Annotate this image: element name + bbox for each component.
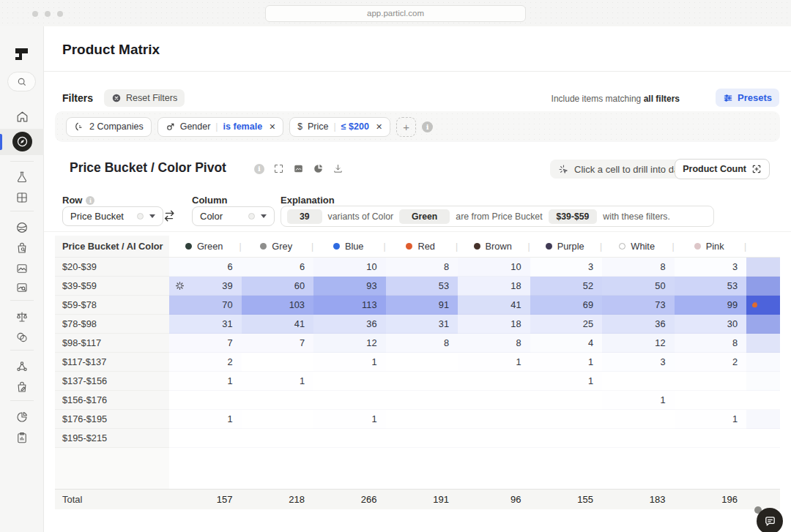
sidebar-item-product-search[interactable] <box>0 237 44 259</box>
pivot-cell[interactable] <box>386 372 458 391</box>
pivot-column-header-white[interactable]: White| <box>602 236 675 258</box>
sidebar-item-pie[interactable] <box>0 406 44 428</box>
close-icon[interactable]: ✕ <box>376 122 382 132</box>
window-controls[interactable] <box>32 11 63 17</box>
pivot-cell[interactable]: 12 <box>602 334 675 353</box>
pivot-cell[interactable] <box>242 391 314 410</box>
pivot-cell[interactable]: 39 <box>169 277 242 296</box>
pivot-cell[interactable]: 1 <box>530 353 603 372</box>
sidebar-item-tables[interactable] <box>0 187 44 209</box>
pivot-cell[interactable] <box>675 391 747 410</box>
pivot-cell[interactable]: 113 <box>313 296 386 315</box>
pivot-cell[interactable]: 1 <box>313 410 386 429</box>
pivot-cell[interactable]: 70 <box>169 296 242 315</box>
pivot-column-header-purple[interactable]: Purple| <box>530 236 603 258</box>
pivot-cell[interactable]: 36 <box>313 315 386 334</box>
pivot-cell[interactable]: 1 <box>530 372 603 391</box>
sidebar-item-explore[interactable] <box>12 132 32 151</box>
pivot-info-icon[interactable]: i <box>254 164 264 174</box>
add-filter-button[interactable]: + <box>396 117 416 137</box>
pivot-cell[interactable]: 1 <box>458 353 530 372</box>
pivot-cell[interactable] <box>313 429 386 448</box>
pivot-column-header-grey[interactable]: Grey| <box>242 236 314 258</box>
pivot-cell[interactable]: 1 <box>169 372 242 391</box>
pivot-cell-cutoff[interactable] <box>746 429 780 448</box>
pivot-cell[interactable]: 41 <box>458 296 530 315</box>
pivot-column-header-brown[interactable]: Brown| <box>458 236 530 258</box>
chat-widget-button[interactable] <box>757 508 783 532</box>
pivot-cell-cutoff[interactable] <box>746 372 780 391</box>
pivot-column-header-blue[interactable]: Blue| <box>313 236 386 258</box>
sidebar-item-home[interactable] <box>0 105 44 127</box>
sidebar-item-globe[interactable] <box>0 217 44 239</box>
column-select[interactable]: Color <box>192 206 275 226</box>
filter-chip-companies[interactable]: 2 Companies <box>66 117 152 137</box>
pivot-cell[interactable] <box>242 429 314 448</box>
pivot-cell[interactable]: 1 <box>675 410 747 429</box>
pivot-cell[interactable]: 8 <box>458 334 530 353</box>
pivot-cell[interactable] <box>386 410 458 429</box>
filter-chip-gender[interactable]: Gender | is female ✕ <box>157 117 284 137</box>
pivot-cell[interactable]: 4 <box>530 334 603 353</box>
pivot-cell[interactable]: 41 <box>242 315 314 334</box>
filters-info-icon[interactable]: i <box>422 121 433 132</box>
pivot-cell[interactable]: 53 <box>675 277 747 296</box>
pivot-cell[interactable]: 12 <box>313 334 386 353</box>
sidebar-item-overlap[interactable] <box>0 326 44 348</box>
pivot-cell[interactable] <box>602 372 675 391</box>
sidebar-search-button[interactable] <box>7 72 36 91</box>
pivot-cell[interactable]: 8 <box>602 258 675 277</box>
pie-toggle-icon[interactable] <box>313 163 324 174</box>
pivot-cell[interactable] <box>675 429 747 448</box>
pivot-cell[interactable]: 50 <box>602 277 675 296</box>
pivot-cell[interactable]: 31 <box>169 315 242 334</box>
pivot-cell-cutoff[interactable] <box>746 296 780 315</box>
pivot-cell[interactable]: 6 <box>169 258 242 277</box>
pivot-cell[interactable]: 69 <box>530 296 603 315</box>
pivot-cell[interactable]: 1 <box>169 410 242 429</box>
pivot-cell[interactable] <box>386 353 458 372</box>
pivot-cell[interactable] <box>458 429 530 448</box>
pivot-cell[interactable]: 93 <box>313 277 386 296</box>
pivot-cell[interactable]: 73 <box>602 296 675 315</box>
pivot-cell[interactable]: 3 <box>530 258 603 277</box>
pivot-cell[interactable] <box>458 410 530 429</box>
pivot-cell[interactable]: 1 <box>602 391 675 410</box>
swap-axes-icon[interactable] <box>161 209 177 222</box>
pivot-cell-cutoff[interactable] <box>746 353 780 372</box>
row-info-icon[interactable]: i <box>86 196 94 205</box>
pivot-cell[interactable] <box>530 429 603 448</box>
pivot-cell[interactable] <box>242 353 314 372</box>
row-select[interactable]: Price Bucket <box>62 206 163 226</box>
pivot-cell[interactable] <box>458 391 530 410</box>
pivot-cell[interactable]: 25 <box>530 315 603 334</box>
download-icon[interactable] <box>333 163 343 174</box>
close-icon[interactable]: ✕ <box>269 122 275 132</box>
chart-image-icon[interactable] <box>293 163 304 174</box>
pivot-cell[interactable] <box>602 410 675 429</box>
pivot-cell[interactable]: 18 <box>458 277 530 296</box>
pivot-cell[interactable]: 52 <box>530 277 603 296</box>
sidebar-item-report[interactable] <box>0 427 44 449</box>
reset-filters-button[interactable]: Reset Filters <box>104 89 185 107</box>
pivot-cell[interactable]: 7 <box>169 334 242 353</box>
pivot-cell[interactable]: 91 <box>386 296 458 315</box>
sidebar-item-compare[interactable] <box>0 306 44 328</box>
pivot-cell[interactable]: 10 <box>458 258 530 277</box>
pivot-cell-cutoff[interactable] <box>746 391 780 410</box>
pivot-cell[interactable]: 30 <box>675 315 747 334</box>
metric-selector-button[interactable]: Product Count <box>675 159 770 179</box>
filter-chip-price[interactable]: $ Price | ≤ $200 ✕ <box>289 117 390 137</box>
pivot-cell[interactable] <box>530 391 603 410</box>
pivot-cell[interactable] <box>386 391 458 410</box>
pivot-cell-cutoff[interactable] <box>746 334 780 353</box>
pivot-cell[interactable]: 2 <box>675 353 747 372</box>
pivot-column-header-pink[interactable]: Pink| <box>675 236 747 258</box>
pivot-cell-cutoff[interactable] <box>746 277 780 296</box>
pivot-cell[interactable]: 7 <box>242 334 314 353</box>
pivot-cell[interactable]: 2 <box>169 353 242 372</box>
pivot-cell[interactable]: 6 <box>242 258 314 277</box>
pivot-cell[interactable]: 36 <box>602 315 675 334</box>
pivot-cell[interactable]: 103 <box>242 296 314 315</box>
pivot-cell[interactable] <box>602 429 675 448</box>
